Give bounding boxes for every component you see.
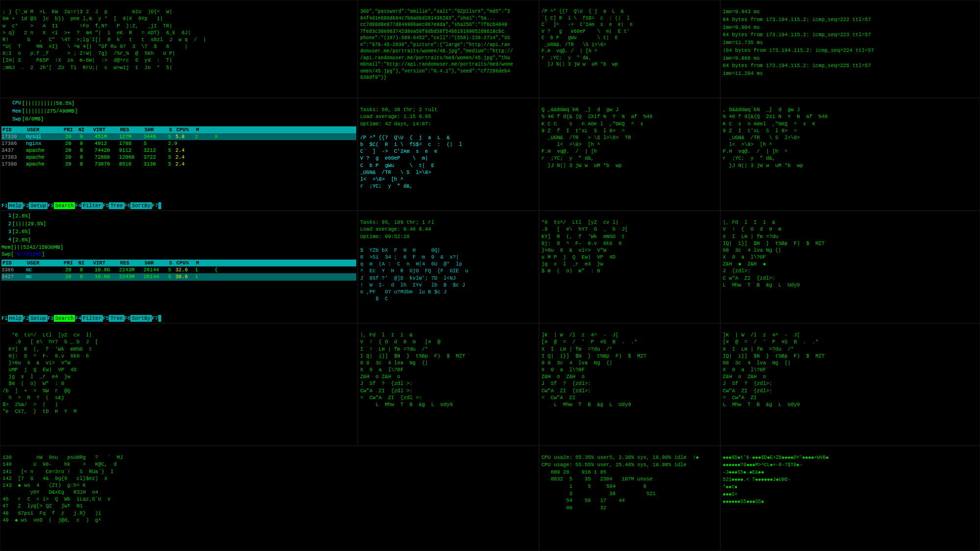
htop1-proc-row-0: 17339 mysql 20 0 451M 127M 3440 S 5.8 2 …	[1, 133, 356, 140]
terminal-text-mid2: /P ^" {{7 Q\U { j a L & `{ C] R i \ fS$=…	[541, 8, 718, 68]
bottom-right-panel: ◆◆◆$D◆t'6·◆◆◆$D◆E+Zb◆◆◆◆DY'◆◆◆◆+WVB◆ ◆◆◆…	[720, 446, 980, 551]
htop1-footer: F1Help F2Setup F3Search F4Filter F5Tree …	[1, 202, 356, 209]
htop1-tasks: Tasks: 60, 38 thr; 2 rult Load average: …	[360, 106, 537, 190]
htop2-bar-1: 1 [ 2.6% ]	[1, 213, 356, 219]
ping-pane-top: ime=9.943 ms 64 bytes from 173.194.115.2…	[720, 0, 980, 98]
htop2-bar-2: 2 [ |||| 29.5% ]	[1, 220, 356, 227]
terminal-pane-mid2: /P ^" {{7 Q\U { j a L & `{ C] R i \ fS$=…	[539, 0, 720, 98]
htop1-right-terminal: , D&&8GWq`kN _} d gw J % 46 f d{&{Q 2Xi …	[720, 98, 980, 211]
bot-left-text: *6 ts^/ Ltl [yZ cv l| .9 [ e\ hY7 G _ b …	[2, 332, 98, 414]
htop1-mem-bar: Mem [|||||||275/490MB]	[1, 108, 356, 115]
htop1-mid2-text: Q ,&&8GWq`kN _} d gw J % 46 f d{& {Q 2Xi…	[541, 107, 653, 168]
htop2-proc-row-1: 3427 mc 20 0 10.8G 2243M 26144 S 30.6 1	[1, 273, 356, 280]
htop1-cpu-bar: CPU [||||||||||58.5%]	[1, 100, 356, 107]
htop1-right-text: , D&&8GWq`kN _} d gw J % 46 f d{&{Q 2Xi …	[723, 107, 828, 168]
htop1-proc-row-2: 3437 apache 20 0 74420 9112 3212 S 2.4	[1, 147, 356, 154]
htop2-footer: F1Help F2Setup F3Search F4Filter F5Tree …	[1, 315, 356, 322]
bottom-left-panel: 139 nW 9su psU0Rg ? ` MJ 140 U 98- hk ` …	[0, 446, 539, 551]
bot-left-panel: *6 ts^/ Ltl [yZ cv l| .9 [ e\ hY7 G _ b …	[0, 323, 358, 446]
htop1-proc-row-3: 17383 apache 20 0 72888 12068 3722 S 2.4	[1, 154, 356, 161]
htop1-process-header: PID USER PRI NI VIRT RES SHR S CPU% M	[1, 126, 356, 133]
htop2-swp: Swp[ 0/7811MB]	[1, 251, 356, 258]
bottom-right-text: ◆◆◆$D◆t'6·◆◆◆$D◆E+Zb◆◆◆◆DY'◆◆◆◆+WVB◆ ◆◆◆…	[723, 455, 829, 504]
htop2-tasks-text: Tasks: 95, 189 thr; 1 rl Load average: 0…	[360, 219, 468, 302]
bottom-left-text: 139 nW 9su psU0Rg ? ` MJ 140 U 98- hk ` …	[2, 455, 123, 523]
htop2-mid2-panel: *6 ts^/ Ltl [yZ cv l| .9 [ e\ hY7 G _ b …	[539, 211, 720, 323]
htop1-proc-row-4: 17380 apache 20 0 73876 8516 3136 S 2.4	[1, 161, 356, 168]
htop2-mid2-text: *6 ts^/ Ltl [yZ cv l| .9 [ e\ hY7 G _ b …	[541, 219, 628, 274]
bot-mid-panel: |, Fd l I i & V ! { O d 0 m [# @ I ! LH …	[358, 323, 539, 446]
htop1-proc-row-1: 17386 nginx 20 0 4912 1788 S 2.9	[1, 140, 356, 147]
htop2-bar-3: 3 [ 2.6% ]	[1, 228, 356, 235]
terminal-text-tl: ; j {'_W M >L kW 2a!r|3 2 J p mIo )O{^ W…	[2, 8, 355, 71]
terminal-text-json: 360","password":"emilie","salt":"0ZpIlsr…	[360, 8, 537, 81]
bot-right-text: ]K | W /l z 4^ - J[ [# @ = / ' P #S B . …	[723, 332, 825, 407]
htop1-left: CPU [||||||||||58.5%] Mem [|||||||275/49…	[0, 98, 358, 211]
bot-right-panel: ]K | W /l z 4^ - J[ [# @ = / ' P #S B . …	[720, 323, 980, 446]
htop2-proc-row-0: 3386 mc 20 0 10.8G 2243M 26144 S 32.6 1 …	[1, 266, 356, 273]
bot-mid2-text: ]K | W /l z 4^ - J[ [# @ = / ' P #S B . …	[541, 332, 646, 407]
bot-mid2-panel: ]K | W /l z 4^ - J[ [# @ = / ' P #S B . …	[539, 323, 720, 446]
htop2-right-panel: |, Fd l I i & V ! { O d 0 m X I LH | fm …	[720, 211, 980, 323]
htop1-tasks-panel: Tasks: 60, 38 thr; 2 rult Load average: …	[358, 98, 539, 211]
bot-mid-text: |, Fd l I i & V ! { O d 0 m [# @ I ! LH …	[360, 332, 465, 407]
htop2-process-header: PID USER PRI NI VIRT RES SHR S CPU% M	[1, 260, 356, 266]
ping-output: ime=9.943 ms 64 bytes from 173.194.115.2…	[723, 9, 874, 76]
htop2-left: 1 [ 2.6% ] 2 [ |||| 29.5% ] 3 [ 2.6% ] 4…	[0, 211, 358, 323]
htop1-mid2-panel: Q ,&&8GWq`kN _} d gw J % 46 f d{& {Q 2Xi…	[539, 98, 720, 211]
htop2-mem: Mem[|||5242/15930MB]	[1, 244, 356, 251]
bottom-mid-text: CPU usa2e: 55.35% user5, 2.38% sys, 18.9…	[541, 455, 699, 511]
terminal-pane-top-left: ; j {'_W M >L kW 2a!r|3 2 J p mIo )O{^ W…	[0, 0, 358, 98]
terminal-pane-json: 360","password":"emilie","salt":"0ZpIlsr…	[358, 0, 539, 98]
bottom-mid-panel: CPU usa2e: 55.35% user5, 2.38% sys, 18.9…	[539, 446, 720, 551]
htop2-right-text: |, Fd l I i & V ! { O d 0 m X I LH | fm …	[723, 219, 825, 288]
htop2-tasks-panel: Tasks: 95, 189 thr; 1 rl Load average: 0…	[358, 211, 539, 323]
htop1-swp-bar: Swp [0/0MB]	[1, 116, 356, 122]
htop2-bar-4: 4 [ 2.6% ]	[1, 237, 356, 243]
